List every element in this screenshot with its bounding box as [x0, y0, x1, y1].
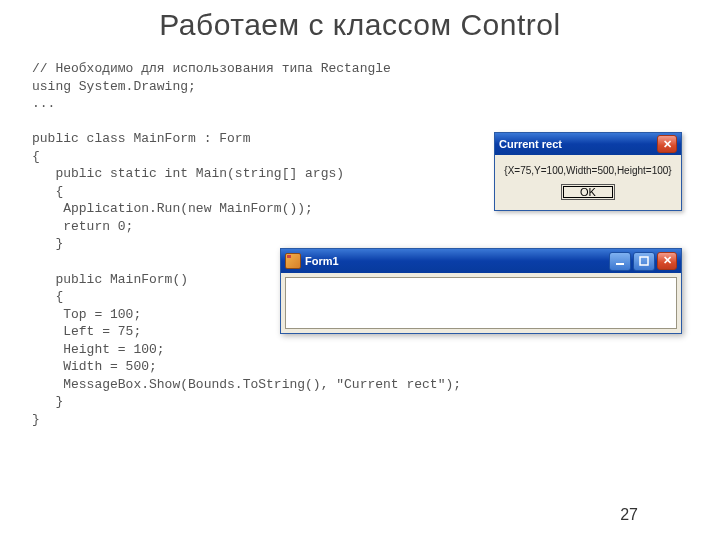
form-close-button[interactable]: ✕	[657, 252, 677, 270]
page-number: 27	[620, 506, 638, 524]
maximize-icon	[639, 256, 649, 266]
form-client-area	[285, 277, 677, 329]
form-title: Form1	[305, 255, 339, 267]
svg-rect-1	[640, 257, 648, 265]
messagebox-titlebar: Current rect ✕	[495, 133, 681, 155]
form-window: Form1 ✕	[280, 248, 682, 334]
close-icon: ✕	[663, 138, 672, 151]
messagebox-text: {X=75,Y=100,Width=500,Height=100}	[501, 165, 675, 176]
messagebox-body: {X=75,Y=100,Width=500,Height=100} OK	[495, 155, 681, 210]
code-listing: // Необходимо для использования типа Rec…	[32, 60, 720, 428]
slide-title: Работаем с классом Control	[0, 8, 720, 42]
svg-rect-0	[616, 263, 624, 265]
form-titlebar: Form1 ✕	[281, 249, 681, 273]
messagebox-window: Current rect ✕ {X=75,Y=100,Width=500,Hei…	[494, 132, 682, 211]
close-button[interactable]: ✕	[657, 135, 677, 153]
window-controls: ✕	[609, 252, 677, 271]
minimize-button[interactable]	[609, 252, 631, 271]
close-icon: ✕	[663, 254, 672, 267]
maximize-button[interactable]	[633, 252, 655, 271]
minimize-icon	[615, 256, 625, 266]
form-icon	[285, 253, 301, 269]
messagebox-title: Current rect	[499, 138, 562, 150]
ok-button[interactable]: OK	[561, 184, 615, 200]
